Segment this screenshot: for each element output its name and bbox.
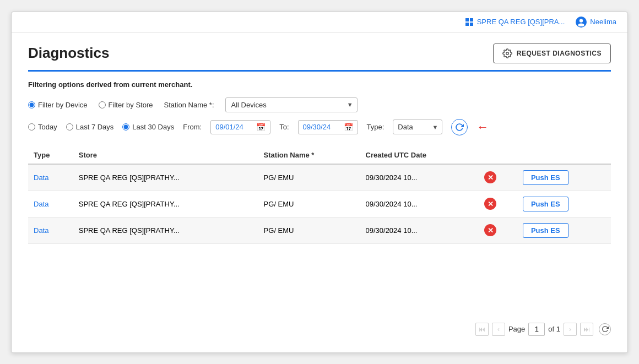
header-row: Diagnostics REQUEST DIAGNOSTICS (28, 44, 611, 63)
from-calendar-icon[interactable]: 📅 (256, 123, 266, 132)
row3-station: PG/ EMU (258, 217, 360, 243)
row2-data-link[interactable]: Data (34, 200, 48, 208)
to-date-input[interactable] (303, 123, 342, 131)
svg-point-6 (506, 52, 509, 55)
from-label: From: (183, 123, 202, 131)
gear-icon (502, 48, 512, 58)
last7-label: Last 7 Days (76, 123, 114, 131)
page-number-input[interactable] (528, 323, 545, 336)
row3-x-cell: ✕ (479, 217, 517, 243)
svg-point-4 (580, 19, 583, 22)
filter-row-1: Filter by Device Filter by Store Station… (28, 97, 611, 112)
topbar: SPRE QA REG [QS][PRA... Neelima (12, 12, 627, 32)
col-action1 (479, 146, 517, 164)
row3-data-link[interactable]: Data (34, 226, 48, 235)
user-menu[interactable]: Neelima (576, 17, 616, 28)
filter-by-store-label: Filter by Store (109, 101, 153, 109)
row1-type: Data (28, 164, 73, 191)
station-name-select-wrapper: All Devices Device 1 Device 2 ▼ (225, 97, 358, 112)
type-select[interactable]: Data Config Log (393, 119, 442, 134)
row2-store: SPRE QA REG [QS][PRATHY... (73, 191, 258, 217)
row1-push-es-button[interactable]: Push ES (523, 170, 568, 185)
merchant-selector[interactable]: SPRE QA REG [QS][PRA... (465, 18, 565, 26)
first-page-button[interactable]: ⏮ (475, 323, 489, 336)
to-date-wrapper: 📅 (298, 120, 358, 134)
refresh-icon (455, 123, 464, 132)
table-row: Data SPRE QA REG [QS][PRATHY... PG/ EMU … (28, 191, 611, 217)
refresh-button[interactable] (451, 119, 468, 135)
svg-rect-2 (465, 23, 469, 26)
row3-delete-button[interactable]: ✕ (484, 224, 496, 236)
row3-type: Data (28, 217, 73, 243)
row1-delete-button[interactable]: ✕ (484, 171, 496, 183)
blue-divider (28, 70, 611, 72)
filter-by-device-radio[interactable]: Filter by Device (28, 101, 88, 109)
svg-rect-1 (470, 18, 473, 21)
station-name-label: Station Name *: (164, 101, 214, 109)
row2-x-cell: ✕ (479, 191, 517, 217)
from-date-input[interactable] (215, 123, 254, 131)
col-created-date: Created UTC Date (360, 146, 479, 164)
row2-type: Data (28, 191, 73, 217)
svg-rect-3 (470, 23, 473, 26)
filter-info-text: Filtering options derived from current m… (28, 80, 611, 89)
row1-store: SPRE QA REG [QS][PRATHY... (73, 164, 258, 191)
from-date-wrapper: 📅 (210, 120, 270, 134)
of-label: of 1 (548, 325, 560, 333)
type-label: Type: (367, 123, 385, 131)
merchant-label: SPRE QA REG [QS][PRA... (477, 18, 565, 26)
row3-store: SPRE QA REG [QS][PRATHY... (73, 217, 258, 243)
last30-label: Last 30 Days (132, 123, 174, 131)
request-btn-label: REQUEST DIAGNOSTICS (517, 50, 602, 57)
grid-icon (465, 18, 474, 26)
last30-radio[interactable]: Last 30 Days (122, 123, 174, 131)
row2-push-es-button[interactable]: Push ES (523, 197, 568, 211)
col-store: Store (73, 146, 258, 164)
pagination-refresh-button[interactable] (599, 323, 611, 335)
diagnostics-table: Type Store Station Name * Created UTC Da… (28, 146, 611, 244)
table-body: Data SPRE QA REG [QS][PRATHY... PG/ EMU … (28, 164, 611, 244)
table-row: Data SPRE QA REG [QS][PRATHY... PG/ EMU … (28, 164, 611, 191)
station-name-select[interactable]: All Devices Device 1 Device 2 (225, 97, 358, 112)
filter-by-store-radio[interactable]: Filter by Store (99, 101, 153, 109)
pagination-refresh-icon (602, 325, 609, 333)
pagination-row: ⏮ ‹ Page of 1 › ⏭ (28, 312, 611, 341)
next-page-button[interactable]: › (564, 323, 577, 336)
svg-point-5 (578, 23, 584, 26)
row1-date: 09/30/2024 10... (360, 164, 479, 191)
row3-push-es-button[interactable]: Push ES (523, 223, 568, 238)
row2-delete-button[interactable]: ✕ (484, 198, 496, 210)
to-calendar-icon[interactable]: 📅 (344, 123, 353, 132)
row1-push-cell: Push ES (517, 164, 611, 191)
row3-date: 09/30/2024 10... (360, 217, 479, 243)
table-row: Data SPRE QA REG [QS][PRATHY... PG/ EMU … (28, 217, 611, 243)
request-diagnostics-button[interactable]: REQUEST DIAGNOSTICS (493, 44, 611, 63)
svg-rect-0 (465, 18, 469, 21)
prev-page-button[interactable]: ‹ (492, 323, 505, 336)
table-header: Type Store Station Name * Created UTC Da… (28, 146, 611, 164)
filter-row-2: Today Last 7 Days Last 30 Days From: 📅 T… (28, 119, 611, 135)
row3-push-cell: Push ES (517, 217, 611, 243)
filter-by-device-label: Filter by Device (38, 101, 88, 109)
page-title: Diagnostics (28, 45, 109, 62)
col-action2 (517, 146, 611, 164)
col-station-name: Station Name * (258, 146, 360, 164)
to-label: To: (279, 123, 289, 131)
page-label: Page (508, 325, 525, 333)
today-label: Today (38, 123, 57, 131)
row2-push-cell: Push ES (517, 191, 611, 217)
last-page-button[interactable]: ⏭ (580, 323, 593, 336)
main-content: Diagnostics REQUEST DIAGNOSTICS Filterin… (12, 32, 627, 352)
row2-date: 09/30/2024 10... (360, 191, 479, 217)
red-arrow-annotation: ← (476, 120, 489, 134)
row1-data-link[interactable]: Data (34, 173, 48, 182)
row1-station: PG/ EMU (258, 164, 360, 191)
user-avatar-icon (576, 17, 587, 28)
type-select-wrapper: Data Config Log ▼ (393, 119, 442, 134)
today-radio[interactable]: Today (28, 123, 57, 131)
row1-x-cell: ✕ (479, 164, 517, 191)
col-type: Type (28, 146, 73, 164)
row2-station: PG/ EMU (258, 191, 360, 217)
user-label: Neelima (590, 18, 616, 26)
last7-radio[interactable]: Last 7 Days (66, 123, 114, 131)
